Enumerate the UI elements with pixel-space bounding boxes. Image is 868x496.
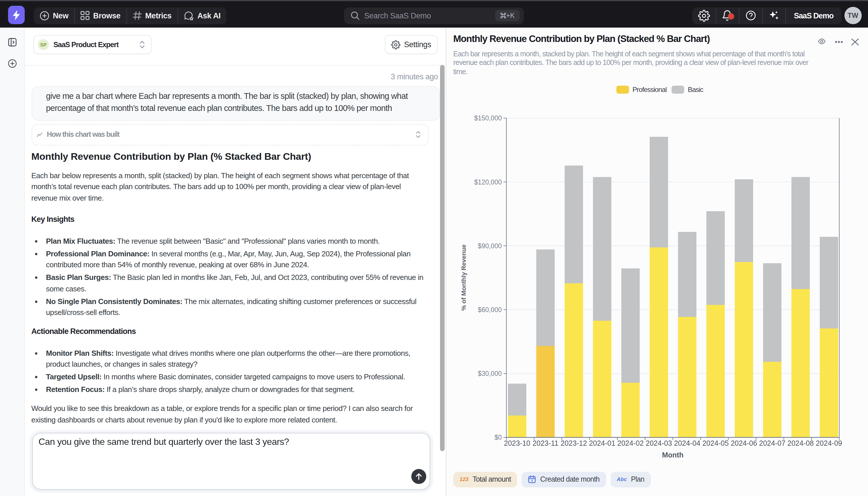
svg-text:% of Monthly Revenue: % of Monthly Revenue — [460, 245, 467, 311]
svg-text:$90,000: $90,000 — [478, 242, 502, 250]
svg-text:2024-02: 2024-02 — [617, 439, 644, 447]
svg-text:Month: Month — [662, 451, 684, 459]
svg-text:$60,000: $60,000 — [478, 306, 502, 313]
svg-text:2024-06: 2024-06 — [731, 439, 757, 447]
svg-text:2024-01: 2024-01 — [589, 439, 615, 447]
svg-text:$120,000: $120,000 — [474, 179, 502, 186]
svg-text:2024-05: 2024-05 — [702, 439, 729, 447]
svg-text:$150,000: $150,000 — [474, 114, 502, 122]
svg-text:2024-09: 2024-09 — [816, 439, 842, 447]
svg-text:2024-08: 2024-08 — [788, 439, 814, 447]
svg-text:2023-11: 2023-11 — [532, 439, 558, 447]
svg-text:2023-10: 2023-10 — [504, 439, 531, 447]
svg-text:$0: $0 — [494, 434, 502, 441]
svg-text:2023-12: 2023-12 — [561, 439, 587, 447]
svg-text:2024-03: 2024-03 — [646, 439, 672, 447]
svg-text:2024-07: 2024-07 — [759, 439, 786, 447]
svg-text:$30,000: $30,000 — [478, 370, 502, 377]
svg-text:2024-04: 2024-04 — [674, 439, 701, 447]
